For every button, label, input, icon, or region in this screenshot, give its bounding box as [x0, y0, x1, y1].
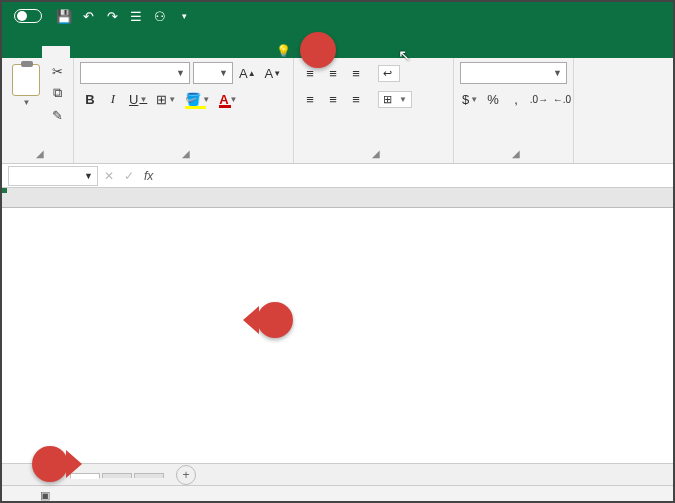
qat-more-icon[interactable]: ▾	[176, 8, 192, 24]
align-left-icon[interactable]: ≡	[300, 88, 320, 110]
bulb-icon: 💡	[276, 44, 291, 58]
redo-icon[interactable]: ↷	[104, 8, 120, 24]
group-alignment: ≡ ≡ ≡ ↩ ≡ ≡ ≡ ⊞▼ ◢	[294, 58, 454, 163]
tab-pagelayout[interactable]	[98, 46, 126, 58]
callout-3	[32, 446, 68, 482]
bold-button[interactable]: B	[80, 88, 100, 110]
confirm-icon[interactable]: ✓	[124, 169, 134, 183]
callout-4	[257, 302, 293, 338]
sheet-tabs: +	[2, 463, 673, 485]
record-macro-icon[interactable]: ▣	[40, 489, 50, 502]
fill-color-button[interactable]: 🪣▼	[182, 88, 213, 110]
fx-icon[interactable]: fx	[144, 169, 153, 183]
font-color-button[interactable]: A▼	[216, 88, 240, 110]
tab-review[interactable]	[214, 46, 242, 58]
tab-home[interactable]	[42, 46, 70, 58]
ribbon: ▼ ✂ ⧉ ✎ ◢ ▼ ▼ A▲ A▼ B I U▼ ⊞▼ 🪣▼	[2, 58, 673, 164]
percent-button[interactable]: %	[483, 88, 503, 110]
format-painter-icon[interactable]: ✎	[48, 106, 66, 124]
align-right-icon[interactable]: ≡	[346, 88, 366, 110]
increase-decimal-icon[interactable]: .0→	[529, 88, 549, 110]
sheet-tab-3[interactable]	[134, 473, 164, 478]
launcher-icon[interactable]: ◢	[372, 148, 380, 159]
border-button[interactable]: ⊞▼	[153, 88, 179, 110]
ribbon-tabs: 💡	[2, 30, 673, 58]
cancel-icon[interactable]: ✕	[104, 169, 114, 183]
underline-button[interactable]: U▼	[126, 88, 150, 110]
paste-icon	[12, 64, 40, 96]
group-font: ▼ ▼ A▲ A▼ B I U▼ ⊞▼ 🪣▼ A▼ ◢	[74, 58, 294, 163]
align-center-icon[interactable]: ≡	[323, 88, 343, 110]
new-sheet-button[interactable]: +	[176, 465, 196, 485]
number-format-combo[interactable]: ▼	[460, 62, 567, 84]
sheet-tab-2[interactable]	[102, 473, 132, 478]
font-size-combo[interactable]: ▼	[193, 62, 233, 84]
name-box[interactable]: ▼	[8, 166, 98, 186]
launcher-icon[interactable]: ◢	[36, 148, 44, 159]
org-icon[interactable]: ⚇	[152, 8, 168, 24]
tab-insert[interactable]	[70, 46, 98, 58]
copy-icon[interactable]: ⧉	[48, 84, 66, 102]
status-bar: ▣	[2, 485, 673, 503]
touch-icon[interactable]: ☰	[128, 8, 144, 24]
tab-view[interactable]	[242, 46, 270, 58]
title-bar: 💾 ↶ ↷ ☰ ⚇ ▾	[2, 2, 673, 30]
grow-font-icon[interactable]: A▲	[236, 62, 259, 84]
decrease-decimal-icon[interactable]: ←.0	[552, 88, 572, 110]
paste-button[interactable]: ▼	[8, 62, 44, 124]
undo-icon[interactable]: ↶	[80, 8, 96, 24]
italic-button[interactable]: I	[103, 88, 123, 110]
group-number: ▼ $▼ % , .0→ ←.0 ◢	[454, 58, 574, 163]
tab-data[interactable]	[186, 46, 214, 58]
cut-icon[interactable]: ✂	[48, 62, 66, 80]
save-icon[interactable]: 💾	[56, 8, 72, 24]
tab-formulas[interactable]	[126, 46, 186, 58]
wrap-icon: ↩	[383, 67, 392, 80]
currency-button[interactable]: $▼	[460, 88, 480, 110]
tell-me[interactable]: 💡	[276, 44, 295, 58]
mouse-cursor-icon: ↖	[398, 46, 411, 65]
wrap-text-button[interactable]: ↩	[378, 65, 400, 82]
font-name-combo[interactable]: ▼	[80, 62, 190, 84]
callout-5	[300, 32, 336, 68]
tab-file[interactable]	[14, 46, 42, 58]
launcher-icon[interactable]: ◢	[512, 148, 520, 159]
shrink-font-icon[interactable]: A▼	[262, 62, 285, 84]
merge-center-button[interactable]: ⊞▼	[378, 91, 412, 108]
align-bottom-icon[interactable]: ≡	[346, 62, 366, 84]
comma-button[interactable]: ,	[506, 88, 526, 110]
chevron-down-icon: ▼	[23, 98, 31, 107]
formula-bar: ▼ ✕ ✓ fx	[2, 164, 673, 188]
group-clipboard: ▼ ✂ ⧉ ✎ ◢	[2, 58, 74, 163]
autosave-toggle[interactable]	[14, 9, 42, 23]
launcher-icon[interactable]: ◢	[182, 148, 190, 159]
spreadsheet-grid[interactable]	[2, 188, 673, 463]
merge-icon: ⊞	[383, 93, 392, 106]
